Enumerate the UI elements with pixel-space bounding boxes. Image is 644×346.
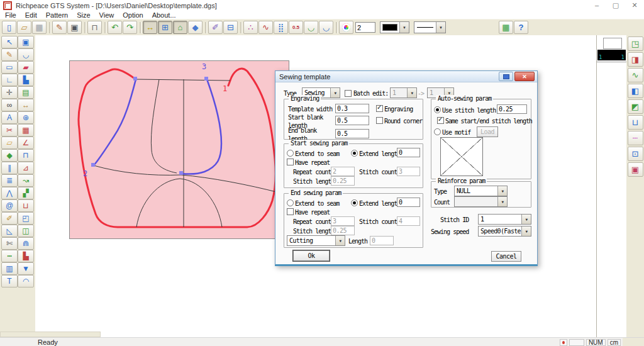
use-motif-radio[interactable] <box>434 128 441 135</box>
inner-curve-b[interactable] <box>94 165 279 193</box>
text-t-tool[interactable]: T <box>1 275 18 287</box>
color-select-dropdown[interactable] <box>380 21 409 33</box>
dropdown-arrow-icon[interactable] <box>407 88 416 98</box>
dense-seam-tool[interactable]: ▥ <box>1 262 18 275</box>
engraving-checkbox[interactable] <box>376 105 383 112</box>
close-button[interactable]: ✕ <box>625 1 644 9</box>
pattern-piece[interactable]: 3 1 2 <box>69 60 289 239</box>
cancel-button[interactable]: Cancel <box>491 251 521 262</box>
menu-view[interactable]: View <box>99 11 114 19</box>
minimize-button[interactable]: – <box>587 1 606 9</box>
selected-sewing-path-3[interactable] <box>182 79 221 174</box>
start-repeat-count-input[interactable]: 2 <box>331 167 355 176</box>
start-have-repeat-checkbox[interactable] <box>287 159 294 165</box>
reinforce-count-dropdown[interactable] <box>454 196 508 207</box>
spiral-tool[interactable]: @ <box>1 199 18 212</box>
bottom-dome-curve[interactable] <box>136 179 222 227</box>
bag-tool[interactable]: ◆ <box>1 149 18 162</box>
dialog-capture-button[interactable] <box>499 72 513 81</box>
active-layer-bar[interactable]: 1 1 <box>597 50 626 60</box>
reinforce-type-dropdown[interactable]: NULL <box>454 186 508 196</box>
template-width-input[interactable]: 0.3 <box>335 104 369 113</box>
selected-sewing-path-2[interactable] <box>94 79 136 165</box>
help-button[interactable]: ? <box>514 21 528 34</box>
dart-tool[interactable]: ⊿ <box>18 162 34 174</box>
menu-pattern[interactable]: Pattern <box>46 11 68 19</box>
machine-head-tool[interactable]: ⊔ <box>18 199 34 212</box>
start-stitch-length-input[interactable]: 0.25 <box>331 176 355 186</box>
grid-tool[interactable]: ▦ <box>18 124 34 137</box>
dropdown-arrow-icon[interactable] <box>399 22 409 33</box>
end-extend-length-input[interactable]: 0 <box>397 198 420 207</box>
compare-tool[interactable]: ∞ <box>1 99 18 111</box>
piece-points-button[interactable]: ◧ <box>628 84 643 98</box>
bucket-tool[interactable]: ◫ <box>18 225 34 237</box>
pen-button[interactable]: ✎ <box>52 21 67 34</box>
pattern-outline-path[interactable] <box>79 69 275 227</box>
seam-outline-tool[interactable]: ▰ <box>18 61 34 74</box>
camera-button[interactable]: ▣ <box>67 21 82 34</box>
dropdown-arrow-icon[interactable] <box>497 197 507 206</box>
dot-matrix-button[interactable]: ⣿ <box>274 21 288 34</box>
dropdown-arrow-icon[interactable] <box>335 236 345 245</box>
print-pattern-tool[interactable]: ▤ <box>18 86 34 99</box>
scatter-chart-button[interactable]: ∴ <box>243 21 258 34</box>
mirror-seam-button[interactable]: ⊔ <box>628 115 643 130</box>
end-extend-seam-radio[interactable] <box>287 199 294 206</box>
same-stitch-checkbox[interactable] <box>437 117 444 124</box>
start-extend-length-input[interactable]: 0 <box>397 148 420 157</box>
inner-curve-a[interactable] <box>151 79 177 173</box>
scissors-rotate-tool[interactable]: ✂ <box>1 124 18 137</box>
cut-scissors-tool[interactable]: ✄ <box>1 237 18 250</box>
stitch-width-input[interactable] <box>355 22 375 33</box>
end-extend-length-radio[interactable] <box>351 199 358 206</box>
round-corner-checkbox[interactable] <box>376 117 383 124</box>
triangle-ruler-tool[interactable]: ◺ <box>1 225 18 237</box>
stitch-points-button[interactable]: ┄ <box>628 131 643 145</box>
end-repeat-count-input[interactable]: 3 <box>331 216 355 226</box>
dimension-button[interactable]: ↔ <box>143 21 157 34</box>
pocket-tool[interactable]: ◡ <box>18 48 34 61</box>
sewing-speed-dropdown[interactable]: Speed0(Faste <box>478 226 531 237</box>
length-input[interactable]: 0 <box>370 236 394 245</box>
eraser-tool[interactable]: ▱ <box>1 137 18 149</box>
open-file-button[interactable]: ▱ <box>17 21 31 34</box>
undo-button[interactable]: ↶ <box>108 21 122 34</box>
curve-check-button[interactable]: ◡ <box>304 21 318 34</box>
load-button[interactable]: Load <box>477 126 498 137</box>
menu-about[interactable]: About... <box>152 11 176 19</box>
frame-output-button[interactable]: ▣ <box>628 162 643 177</box>
use-stitch-length-radio[interactable] <box>434 106 441 113</box>
line-style-dropdown[interactable] <box>414 21 446 33</box>
end-blank-input[interactable]: 0.5 <box>335 129 369 138</box>
layer-color-swatch[interactable] <box>603 38 622 49</box>
menu-edit[interactable]: Edit <box>25 11 37 19</box>
sewing-machine-tool[interactable]: ⊓ <box>18 149 34 162</box>
dialog-title-bar[interactable]: Sewing template ✕ <box>275 71 537 82</box>
top-construction-line[interactable] <box>136 79 230 81</box>
layer-piece-button[interactable]: ◩ <box>628 99 643 114</box>
frame-select-tool[interactable]: ▣ <box>18 36 34 48</box>
boot-tool[interactable]: ▙ <box>18 250 34 262</box>
dropdown-arrow-icon[interactable] <box>330 88 340 98</box>
dropdown-arrow-icon[interactable] <box>436 22 445 33</box>
h-scrollbar[interactable] <box>0 332 101 337</box>
dialog-close-button[interactable]: ✕ <box>514 72 535 81</box>
dropdown-arrow-icon[interactable] <box>497 186 507 196</box>
shirt-tool[interactable]: ▼ <box>18 262 34 275</box>
select-tool[interactable]: ↖ <box>1 36 18 48</box>
cutting-dropdown[interactable]: Cutting <box>287 235 345 246</box>
save-button[interactable]: ▦ <box>32 21 47 34</box>
frame-curve-tool[interactable]: ◰ <box>18 212 34 225</box>
path-endpoint-marker[interactable] <box>179 171 183 175</box>
path-endpoint-marker[interactable] <box>91 163 95 167</box>
width-measure-tool[interactable]: ↔ <box>18 99 34 111</box>
end-stitch-length-input[interactable]: 0.25 <box>331 226 355 235</box>
curve-edit-button[interactable]: ∿ <box>628 68 643 82</box>
copy-piece-button[interactable]: ◨ <box>628 52 643 67</box>
batch-edit-checkbox[interactable] <box>345 90 352 97</box>
text-a-tool[interactable]: A <box>1 111 18 124</box>
plotter-button[interactable]: ⊡ <box>628 147 643 161</box>
shape-3d-button[interactable]: ◆ <box>188 21 203 34</box>
rectangle-tool[interactable]: ▭ <box>1 61 18 74</box>
